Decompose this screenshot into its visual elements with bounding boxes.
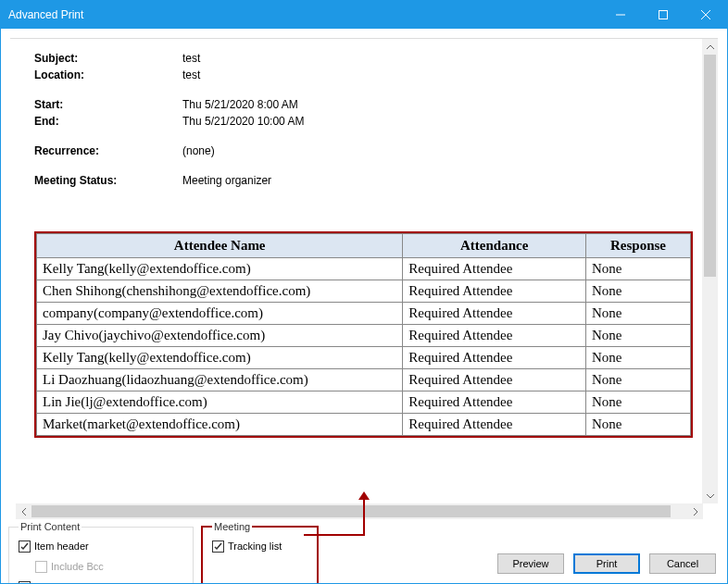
table-row: Market(market@extendoffice.com)Required … <box>37 414 691 436</box>
annotation-arrow-vert <box>363 496 365 536</box>
scroll-right-button[interactable] <box>687 503 703 519</box>
cell-name: Jay Chivo(jaychivo@extendoffice.com) <box>37 325 403 347</box>
table-row: Kelly Tang(kelly@extendoffice.com)Requir… <box>37 347 691 369</box>
include-bcc-label: Include Bcc <box>51 558 104 575</box>
chevron-right-icon <box>691 507 700 516</box>
start-value: Thu 5/21/2020 8:00 AM <box>182 96 298 113</box>
checkbox-icon <box>19 541 31 553</box>
print-button[interactable]: Print <box>573 553 640 574</box>
preview-button-label: Preview <box>512 558 548 569</box>
item-body-checkbox[interactable]: Item body <box>19 578 183 584</box>
chevron-left-icon <box>19 507 29 516</box>
table-row: Kelly Tang(kelly@extendoffice.com)Requir… <box>37 258 691 280</box>
meeting-group: Meeting Tracking list <box>201 521 319 584</box>
cell-attendance: Required Attendee <box>403 369 586 391</box>
item-body-label: Item body <box>34 578 79 584</box>
scroll-left-button[interactable] <box>16 503 31 519</box>
cell-name: Kelly Tang(kelly@extendoffice.com) <box>37 258 403 280</box>
end-value: Thu 5/21/2020 10:00 AM <box>182 113 304 130</box>
status-value: Meeting organizer <box>182 172 271 189</box>
cell-name: Kelly Tang(kelly@extendoffice.com) <box>37 347 403 369</box>
table-row: Li Daozhuang(lidaozhuang@extendoffice.co… <box>37 369 691 391</box>
print-content-legend: Print Content <box>19 521 82 532</box>
tracking-table-highlight: Attendee Name Attendance Response Kelly … <box>34 231 693 438</box>
table-row: Jay Chivo(jaychivo@extendoffice.com)Requ… <box>37 325 691 347</box>
hscroll-thumb[interactable] <box>31 505 671 517</box>
chevron-down-icon <box>706 491 715 501</box>
tracking-list-label: Tracking list <box>228 538 282 554</box>
cancel-button[interactable]: Cancel <box>649 553 716 574</box>
scroll-thumb[interactable] <box>704 55 716 277</box>
cell-attendance: Required Attendee <box>403 325 586 347</box>
checkbox-icon <box>212 541 224 553</box>
cell-attendance: Required Attendee <box>403 303 586 325</box>
window-title: Advanced Print <box>8 8 599 21</box>
cell-name: Li Daozhuang(lidaozhuang@extendoffice.co… <box>37 369 403 391</box>
subject-value: test <box>182 50 200 67</box>
cell-response: None <box>586 391 691 414</box>
print-content-group: Print Content Item header Include Bcc It… <box>8 521 194 584</box>
item-header-label: Item header <box>34 538 89 554</box>
end-label: End: <box>34 113 182 130</box>
cell-name: company(company@extendoffice.com) <box>37 303 403 325</box>
cell-response: None <box>586 414 691 436</box>
scroll-track[interactable] <box>702 55 718 488</box>
cell-attendance: Required Attendee <box>403 347 586 369</box>
scroll-down-button[interactable] <box>702 488 718 503</box>
maximize-button[interactable] <box>642 1 684 29</box>
checkbox-icon <box>35 561 47 573</box>
table-row: company(company@extendoffice.com)Require… <box>37 303 691 325</box>
cell-response: None <box>586 303 691 325</box>
cell-name: Chen Shihong(chenshihong@extendoffice.co… <box>37 280 403 303</box>
include-bcc-checkbox: Include Bcc <box>35 558 183 575</box>
tracking-list-checkbox[interactable]: Tracking list <box>212 538 308 554</box>
start-label: Start: <box>34 96 182 113</box>
cell-response: None <box>586 347 691 369</box>
vertical-scrollbar[interactable] <box>702 39 718 503</box>
maximize-icon <box>659 10 668 19</box>
item-header-checkbox[interactable]: Item header <box>19 538 183 554</box>
cell-name: Lin Jie(lj@extendoffice.com) <box>37 391 403 414</box>
titlebar: Advanced Print <box>1 1 727 29</box>
table-row: Chen Shihong(chenshihong@extendoffice.co… <box>37 280 691 303</box>
subject-label: Subject: <box>34 50 182 67</box>
cell-response: None <box>586 258 691 280</box>
minimize-icon <box>616 10 625 19</box>
preview-pane: Subject: test Location: test Start: Thu … <box>10 38 718 503</box>
cell-attendance: Required Attendee <box>403 414 586 436</box>
col-attendee-name: Attendee Name <box>37 234 403 258</box>
svg-rect-1 <box>659 11 668 19</box>
minimize-button[interactable] <box>599 1 642 29</box>
print-button-label: Print <box>596 558 618 569</box>
status-label: Meeting Status: <box>34 172 182 189</box>
close-button[interactable] <box>684 1 727 29</box>
checkbox-icon <box>19 581 31 585</box>
cell-response: None <box>586 280 691 303</box>
col-response: Response <box>586 234 691 258</box>
cell-response: None <box>586 369 691 391</box>
horizontal-scrollbar[interactable] <box>16 503 703 519</box>
chevron-up-icon <box>706 43 715 52</box>
cell-attendance: Required Attendee <box>403 280 586 303</box>
location-value: test <box>182 67 200 83</box>
close-icon <box>701 10 710 19</box>
table-row: Lin Jie(lj@extendoffice.com)Required Att… <box>37 391 691 414</box>
cell-attendance: Required Attendee <box>403 258 586 280</box>
tracking-table: Attendee Name Attendance Response Kelly … <box>36 233 691 436</box>
cell-attendance: Required Attendee <box>403 391 586 414</box>
hscroll-track[interactable] <box>31 503 687 519</box>
col-attendance: Attendance <box>403 234 586 258</box>
scroll-up-button[interactable] <box>702 39 718 55</box>
preview-button[interactable]: Preview <box>497 553 564 574</box>
recurrence-value: (none) <box>182 143 215 159</box>
location-label: Location: <box>34 67 182 83</box>
cell-response: None <box>586 325 691 347</box>
cell-name: Market(market@extendoffice.com) <box>37 414 403 436</box>
meeting-legend: Meeting <box>212 521 252 532</box>
recurrence-label: Recurrence: <box>34 143 182 159</box>
cancel-button-label: Cancel <box>667 558 698 569</box>
